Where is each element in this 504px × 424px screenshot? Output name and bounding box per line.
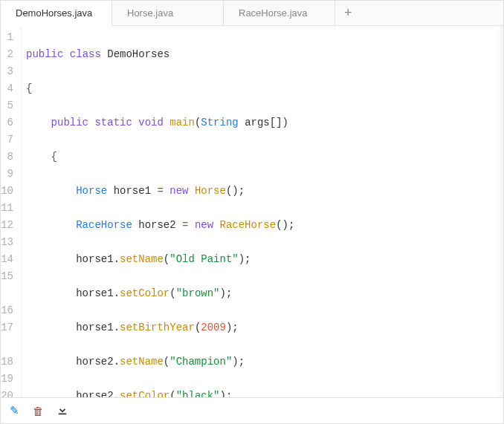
- scrollbar-track[interactable]: [496, 26, 503, 397]
- line-number: 7: [1, 131, 16, 149]
- code-line: {: [26, 80, 419, 97]
- code-area[interactable]: public class DemoHorses { public static …: [22, 26, 419, 397]
- tab-label: RaceHorse.java: [239, 7, 308, 19]
- code-line: public class DemoHorses: [26, 46, 419, 63]
- line-number: 5: [1, 97, 16, 114]
- line-number: 16: [1, 302, 16, 319]
- line-number: 11: [1, 200, 16, 217]
- line-number: 14: [1, 251, 16, 268]
- tab-label: Horse.java: [127, 7, 173, 19]
- line-number: 3: [1, 63, 16, 80]
- line-number: 9: [1, 166, 16, 183]
- line-number: 4: [1, 80, 16, 97]
- edit-icon[interactable]: ✎: [10, 404, 19, 417]
- download-icon[interactable]: [57, 405, 68, 417]
- line-number: 20: [1, 388, 16, 397]
- line-number: 12: [1, 217, 16, 234]
- tab-label: DemoHorses.java: [16, 7, 92, 19]
- code-line: Horse horse1 = new Horse();: [26, 183, 419, 200]
- code-line: horse2.setName("Champion");: [26, 353, 419, 371]
- line-number: [1, 285, 16, 302]
- tab-bar: DemoHorses.java Horse.java RaceHorse.jav…: [1, 1, 503, 26]
- code-line: public static void main(String args[]): [26, 114, 419, 131]
- code-line: horse1.setColor("brown");: [26, 285, 419, 302]
- line-number: 2: [1, 46, 16, 63]
- code-editor[interactable]: 1 2 3 4 5 6 7 8 9 10 11 12 13 14 15 16 1…: [1, 26, 503, 397]
- line-number: [1, 336, 16, 353]
- line-number: 15: [1, 268, 16, 285]
- tab-demohorses[interactable]: DemoHorses.java: [1, 1, 112, 26]
- code-line: {: [26, 149, 419, 166]
- add-tab-button[interactable]: +: [335, 1, 361, 25]
- code-line: horse2.setColor("black");: [26, 388, 419, 397]
- tab-racehorse[interactable]: RaceHorse.java: [224, 1, 335, 25]
- line-number: 17: [1, 319, 16, 336]
- line-number: 18: [1, 353, 16, 371]
- line-number: 13: [1, 234, 16, 251]
- line-number: 8: [1, 149, 16, 166]
- line-number: 10: [1, 183, 16, 200]
- line-number: 6: [1, 114, 16, 131]
- code-line: RaceHorse horse2 = new RaceHorse();: [26, 217, 419, 234]
- line-number: 1: [1, 29, 16, 46]
- editor-footer: ✎ 🗑: [1, 397, 503, 423]
- delete-icon[interactable]: 🗑: [33, 405, 44, 417]
- tab-horse[interactable]: Horse.java: [112, 1, 224, 25]
- line-number: 19: [1, 371, 16, 388]
- code-line: horse1.setName("Old Paint");: [26, 251, 419, 268]
- code-line: horse1.setBirthYear(2009);: [26, 319, 419, 336]
- line-gutter: 1 2 3 4 5 6 7 8 9 10 11 12 13 14 15 16 1…: [1, 26, 22, 397]
- plus-icon: +: [344, 5, 352, 21]
